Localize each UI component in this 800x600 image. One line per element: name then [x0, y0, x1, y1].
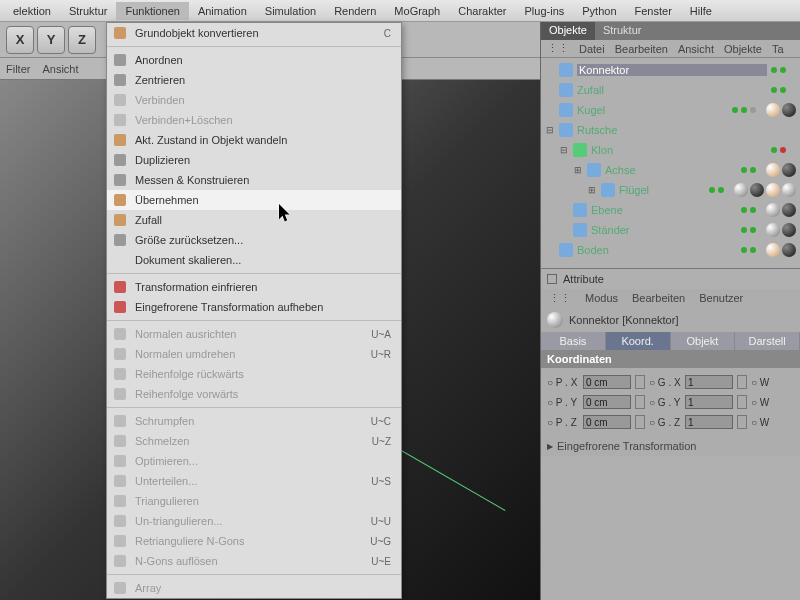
panel-menu[interactable]: Bearbeiten	[615, 43, 668, 55]
visibility-dot[interactable]	[750, 247, 756, 253]
menu-mograph[interactable]: MoGraph	[385, 2, 449, 20]
attr-menu[interactable]: Benutzer	[699, 292, 743, 305]
menu-simulation[interactable]: Simulation	[256, 2, 325, 20]
tooltab-ansicht[interactable]: Ansicht	[42, 63, 78, 75]
menu-item[interactable]: Zentrieren	[107, 70, 401, 90]
axis-z-button[interactable]: Z	[68, 26, 96, 54]
menu-item[interactable]: Eingefrorene Transformation aufheben	[107, 297, 401, 317]
panel-menu[interactable]: Ansicht	[678, 43, 714, 55]
menu-fenster[interactable]: Fenster	[626, 2, 681, 20]
visibility-dot[interactable]	[771, 67, 777, 73]
material-ball-icon[interactable]	[782, 203, 796, 217]
menu-item[interactable]: Messen & Konstruieren	[107, 170, 401, 190]
menu-rendern[interactable]: Rendern	[325, 2, 385, 20]
tree-row[interactable]: Ebene	[545, 200, 796, 220]
menu-item[interactable]: Dokument skalieren...	[107, 250, 401, 270]
tree-row[interactable]: ⊞Flügel	[545, 180, 796, 200]
visibility-dot[interactable]	[750, 107, 756, 113]
material-ball-icon[interactable]	[734, 183, 748, 197]
material-ball-icon[interactable]	[750, 183, 764, 197]
stepper-icon[interactable]	[737, 375, 747, 389]
material-ball-icon[interactable]	[782, 163, 796, 177]
menu-python[interactable]: Python	[573, 2, 625, 20]
stepper-icon[interactable]	[635, 395, 645, 409]
visibility-dot[interactable]	[771, 147, 777, 153]
coord-input[interactable]	[685, 395, 733, 409]
tree-row[interactable]: Boden	[545, 240, 796, 260]
material-ball-icon[interactable]	[766, 103, 780, 117]
menu-item[interactable]: Anordnen	[107, 50, 401, 70]
attr-menu[interactable]: Modus	[585, 292, 618, 305]
visibility-dot[interactable]	[780, 67, 786, 73]
material-ball-icon[interactable]	[766, 183, 780, 197]
frozen-transform-row[interactable]: ▶ Eingefrorene Transformation	[541, 436, 800, 456]
visibility-dot[interactable]	[741, 227, 747, 233]
attr-tab[interactable]: Basis	[541, 332, 606, 350]
visibility-dot[interactable]	[732, 107, 738, 113]
visibility-dot[interactable]	[771, 87, 777, 93]
material-ball-icon[interactable]	[782, 223, 796, 237]
panel-tab[interactable]: Struktur	[595, 22, 650, 40]
visibility-dot[interactable]	[750, 167, 756, 173]
panel-menu[interactable]: Objekte	[724, 43, 762, 55]
coord-input[interactable]	[685, 375, 733, 389]
material-ball-icon[interactable]	[782, 103, 796, 117]
visibility-dot[interactable]	[750, 227, 756, 233]
tree-row[interactable]: ⊟Rutsche	[545, 120, 796, 140]
material-ball-icon[interactable]	[766, 163, 780, 177]
attr-tab[interactable]: Koord.	[606, 332, 671, 350]
menu-struktur[interactable]: Struktur	[60, 2, 117, 20]
stepper-icon[interactable]	[737, 395, 747, 409]
tree-row[interactable]: Ständer	[545, 220, 796, 240]
menu-funktionen[interactable]: Funktionen	[116, 2, 188, 20]
visibility-dot[interactable]	[709, 187, 715, 193]
axis-x-button[interactable]: X	[6, 26, 34, 54]
visibility-dot[interactable]	[741, 167, 747, 173]
axis-y-button[interactable]: Y	[37, 26, 65, 54]
expand-icon[interactable]: ⊞	[573, 165, 583, 175]
tree-row[interactable]: Konnektor	[545, 60, 796, 80]
menu-animation[interactable]: Animation	[189, 2, 256, 20]
material-ball-icon[interactable]	[782, 243, 796, 257]
visibility-dot[interactable]	[780, 87, 786, 93]
menu-item[interactable]: Übernehmen	[107, 190, 401, 210]
material-ball-icon[interactable]	[766, 223, 780, 237]
stepper-icon[interactable]	[635, 415, 645, 429]
visibility-dot[interactable]	[741, 247, 747, 253]
material-ball-icon[interactable]	[766, 203, 780, 217]
coord-input[interactable]	[583, 415, 631, 429]
visibility-dot[interactable]	[750, 207, 756, 213]
menu-item[interactable]: Duplizieren	[107, 150, 401, 170]
expand-icon[interactable]: ⊟	[559, 145, 569, 155]
attr-tab[interactable]: Objekt	[671, 332, 736, 350]
tree-row[interactable]: ⊟Klon	[545, 140, 796, 160]
checkbox-icon[interactable]	[547, 274, 557, 284]
visibility-dot[interactable]	[718, 187, 724, 193]
menu-item[interactable]: Größe zurücksetzen...	[107, 230, 401, 250]
panel-menu[interactable]: Datei	[579, 43, 605, 55]
stepper-icon[interactable]	[737, 415, 747, 429]
coord-input[interactable]	[685, 415, 733, 429]
material-ball-icon[interactable]	[766, 243, 780, 257]
menu-item[interactable]: Akt. Zustand in Objekt wandeln	[107, 130, 401, 150]
expand-icon[interactable]: ⊞	[587, 185, 597, 195]
visibility-dot[interactable]	[780, 147, 786, 153]
attr-menu[interactable]: Bearbeiten	[632, 292, 685, 305]
material-ball-icon[interactable]	[782, 183, 796, 197]
coord-input[interactable]	[583, 395, 631, 409]
stepper-icon[interactable]	[635, 375, 645, 389]
attr-tab[interactable]: Darstell	[735, 332, 800, 350]
object-tree[interactable]: KonnektorZufallKugel⊟Rutsche⊟Klon⊞Achse⊞…	[541, 58, 800, 268]
coord-input[interactable]	[583, 375, 631, 389]
tree-row[interactable]: ⊞Achse	[545, 160, 796, 180]
menu-item[interactable]: Grundobjekt konvertierenC	[107, 23, 401, 43]
panel-tab[interactable]: Objekte	[541, 22, 595, 40]
tree-row[interactable]: Kugel	[545, 100, 796, 120]
visibility-dot[interactable]	[741, 107, 747, 113]
visibility-dot[interactable]	[741, 207, 747, 213]
menu-elektion[interactable]: elektion	[4, 2, 60, 20]
tree-row[interactable]: Zufall	[545, 80, 796, 100]
expand-icon[interactable]: ⊟	[545, 125, 555, 135]
menu-item[interactable]: Zufall	[107, 210, 401, 230]
menu-plug-ins[interactable]: Plug-ins	[516, 2, 574, 20]
